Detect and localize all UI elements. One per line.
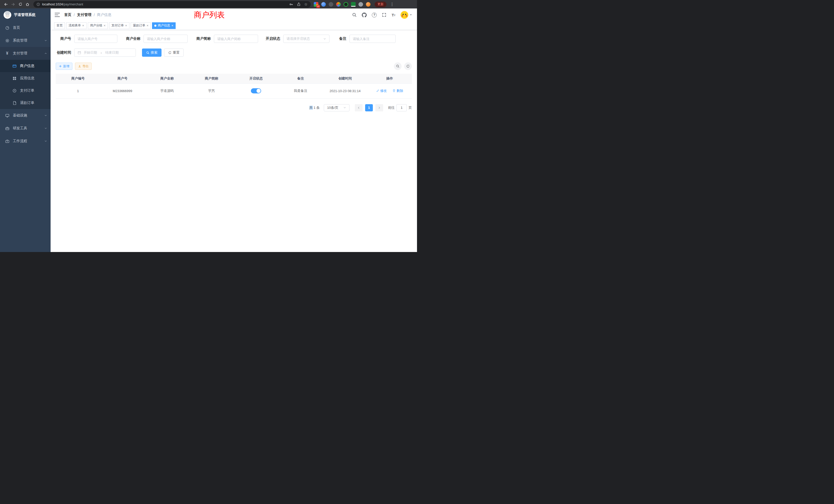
extension-icon-gray[interactable] (358, 2, 363, 7)
breadcrumb-separator: / (94, 13, 95, 17)
toggle-search-button[interactable] (394, 62, 401, 70)
date-range-picker[interactable]: 开始日期 - 结束日期 (74, 48, 136, 57)
remark-input[interactable] (353, 37, 392, 41)
remark-input-wrap (349, 35, 396, 43)
cell-merchant-id: 1 (56, 84, 100, 98)
col-merchant-id: 商户编号 (56, 74, 100, 84)
sidebar-item-devtools[interactable]: 研发工具 (0, 122, 50, 135)
edit-button[interactable]: 修改 (376, 89, 387, 93)
search-button[interactable]: 搜索 (142, 48, 161, 57)
close-icon[interactable]: × (171, 24, 173, 27)
url-host: localhost:1024 (42, 3, 63, 6)
tab-refund-order[interactable]: 退款订单× (131, 22, 151, 29)
close-icon[interactable]: × (125, 24, 127, 27)
page-size-select[interactable]: 10条/页 (324, 104, 349, 111)
chevron-left-icon (357, 106, 360, 109)
bookmark-star-icon[interactable]: ☆ (304, 2, 308, 6)
status-toggle[interactable] (251, 88, 261, 93)
browser-home-button[interactable] (24, 1, 31, 8)
tab-user-group[interactable]: 用户分组× (88, 22, 108, 29)
sidebar-item-merchant-info[interactable]: 商户信息 (0, 60, 50, 72)
browser-forward-button[interactable] (10, 1, 17, 8)
document-icon (12, 100, 17, 105)
sidebar-submenu-pay: 商户信息 应用信息 支付订单 (0, 60, 50, 109)
toolbox-icon (5, 126, 9, 131)
sidebar-item-infra[interactable]: 基础设施 (0, 109, 50, 122)
font-size-small-glyph: T (394, 14, 396, 17)
refresh-table-button[interactable] (404, 62, 412, 70)
sidebar-item-refund-order[interactable]: 退款订单 (0, 97, 50, 109)
goto-page-input[interactable] (396, 104, 407, 111)
page-info-icon[interactable] (37, 3, 40, 6)
extension-icon-green-square[interactable] (351, 2, 356, 7)
browser-back-button[interactable] (3, 1, 9, 8)
extension-icon-blue[interactable] (321, 2, 326, 7)
sidebar-item-pay[interactable]: ¥ 支付管理 (0, 47, 50, 60)
full-name-input[interactable] (147, 37, 184, 41)
font-size-icon[interactable]: TT (392, 13, 395, 17)
next-page-button[interactable] (375, 104, 383, 111)
status-label: 开启状态 (262, 37, 283, 41)
password-key-icon[interactable] (289, 2, 293, 6)
extension-icon-green-circle[interactable] (344, 2, 348, 7)
sidebar-item-home[interactable]: 首页 (0, 21, 50, 34)
sidebar-item-pay-order[interactable]: 支付订单 (0, 85, 50, 97)
fullscreen-icon[interactable] (382, 13, 387, 17)
breadcrumb-pay[interactable]: 支付管理 (77, 13, 91, 17)
app-logo[interactable]: 芋道管理系统 (0, 8, 50, 21)
chevron-up-icon (44, 52, 47, 55)
browser-toolbar: localhost:1024/pay/merchant ☆ 10 更新 ⋮ (0, 0, 417, 8)
user-menu[interactable] (400, 11, 412, 19)
tab-pay-order[interactable]: 支付订单× (109, 22, 129, 29)
col-actions: 操作 (368, 74, 412, 84)
chrome-update-button[interactable]: 更新 (375, 2, 387, 7)
share-icon[interactable] (297, 2, 301, 6)
merchant-no-input[interactable] (78, 37, 114, 41)
breadcrumb-home[interactable]: 首页 (64, 13, 71, 17)
extension-badge: 10 (316, 5, 320, 8)
short-name-input[interactable] (217, 37, 255, 41)
tab-merchant-info[interactable]: 商户信息× (152, 22, 176, 29)
sidebar-item-app-info[interactable]: 应用信息 (0, 72, 50, 85)
tab-home[interactable]: 首页 (54, 22, 65, 29)
col-status: 开启状态 (234, 74, 278, 84)
search-form-row-2: 创建时间 开始日期 - 结束日期 搜索 (56, 48, 412, 57)
tab-label: 退款订单 (133, 23, 145, 28)
close-icon[interactable]: × (104, 24, 106, 27)
col-remark: 备注 (278, 74, 323, 84)
search-icon[interactable] (352, 13, 357, 17)
tab-label: 商户信息 (158, 23, 170, 28)
github-icon[interactable] (362, 13, 367, 18)
sidebar-item-workflow[interactable]: 工作流程 (0, 135, 50, 147)
browser-menu-icon[interactable]: ⋮ (389, 2, 395, 7)
profile-avatar-icon[interactable] (366, 2, 371, 7)
reset-button[interactable]: 重置 (164, 48, 183, 57)
add-button[interactable]: 新增 (56, 63, 72, 70)
extension-icon-grid[interactable]: 10 (314, 2, 319, 7)
refresh-icon (406, 64, 410, 68)
extension-icon-dark[interactable] (329, 2, 333, 7)
extension-icon-multicolor[interactable] (336, 2, 341, 7)
delete-button[interactable]: 删除 (392, 89, 403, 93)
status-select[interactable]: 请选择开启状态 (283, 35, 329, 43)
prev-page-button[interactable] (355, 104, 363, 111)
tab-process-form[interactable]: 流程表单× (66, 22, 87, 29)
date-start-placeholder: 开始日期 (84, 50, 97, 55)
close-icon[interactable]: × (147, 24, 149, 27)
sidebar-item-label: 支付管理 (13, 51, 27, 56)
help-icon[interactable]: ? (372, 13, 377, 18)
cell-create-time: 2021-10-23 08:31:14 (323, 84, 367, 98)
browser-reload-button[interactable] (17, 1, 24, 8)
close-icon[interactable]: × (82, 24, 84, 27)
page-1-button[interactable]: 1 (365, 104, 373, 111)
export-button[interactable]: 导出 (75, 63, 92, 70)
table-header-row: 商户编号 商户号 商户全称 商户简称 开启状态 备注 创建时间 操作 (56, 74, 412, 84)
export-button-label: 导出 (83, 64, 89, 69)
sidebar-collapse-icon[interactable] (55, 13, 60, 17)
refresh-icon (168, 51, 172, 54)
address-bar[interactable]: localhost:1024/pay/merchant ☆ (34, 1, 311, 8)
form-item-remark: 备注 (333, 35, 396, 43)
table-utility-buttons (394, 62, 412, 70)
sidebar-item-system[interactable]: 系统管理 (0, 34, 50, 47)
home-icon (25, 2, 29, 6)
